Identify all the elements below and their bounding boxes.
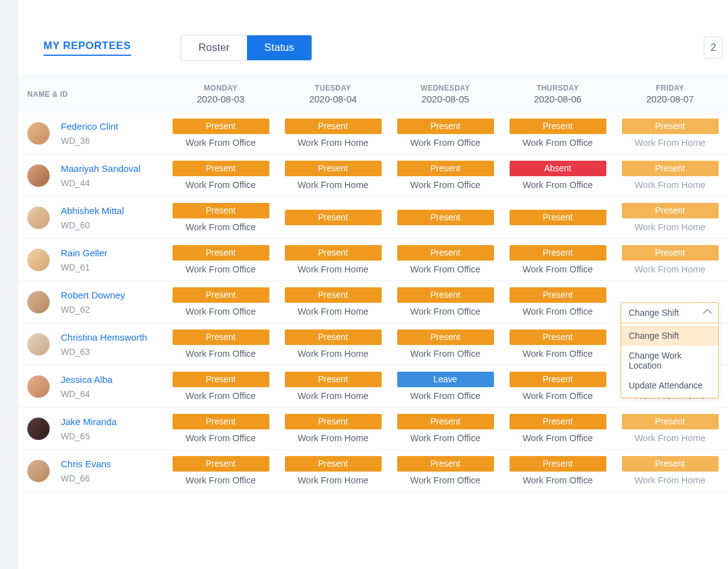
name-block: Federico ClintWD_36: [61, 120, 119, 145]
status-badge[interactable]: Present: [510, 245, 606, 261]
cell-day: PresentWork From Home: [277, 245, 389, 274]
name-block: Rain GellerWD_61: [61, 247, 107, 272]
work-location: Work From Office: [410, 307, 480, 316]
status-badge[interactable]: Present: [173, 456, 269, 472]
avatar[interactable]: [27, 375, 50, 398]
status-badge[interactable]: Present: [510, 210, 606, 225]
status-badge[interactable]: Present: [622, 203, 719, 218]
status-badge[interactable]: Present: [285, 329, 382, 345]
avatar[interactable]: [27, 207, 50, 229]
page-container: MY REPORTEES Roster Status 2 NAME & ID M…: [19, 0, 728, 569]
employee-name-link[interactable]: Christina Hemsworth: [61, 331, 147, 344]
cell-day: PresentWork From Home: [277, 414, 389, 443]
status-badge[interactable]: Present: [285, 287, 382, 303]
work-location: Work From Home: [634, 433, 705, 443]
employee-name-link[interactable]: Robert Downey: [61, 289, 125, 302]
status-badge[interactable]: Present: [285, 372, 382, 387]
cell-day: LeaveWork From Office: [389, 372, 501, 401]
status-badge[interactable]: Present: [622, 456, 719, 472]
status-badge[interactable]: Present: [510, 456, 606, 472]
cell-day: PresentWork From Home: [277, 287, 389, 316]
employee-name-link[interactable]: Jessica Alba: [61, 374, 112, 386]
status-badge[interactable]: Present: [173, 161, 269, 176]
work-location: Work From Office: [186, 138, 256, 148]
status-badge[interactable]: Present: [397, 161, 494, 176]
status-badge[interactable]: Present: [285, 119, 382, 134]
dropdown-option[interactable]: Change Shift: [621, 326, 718, 346]
status-badge[interactable]: Present: [285, 456, 382, 472]
status-badge[interactable]: Present: [285, 414, 382, 429]
avatar[interactable]: [27, 333, 50, 356]
employee-name-link[interactable]: Maariyah Sandoval: [61, 163, 140, 175]
date-filter[interactable]: 2: [704, 37, 723, 59]
employee-id: WD_62: [61, 305, 125, 315]
work-location: Work From Home: [297, 264, 368, 274]
status-badge[interactable]: Present: [397, 210, 494, 225]
employee-name-link[interactable]: Rain Geller: [61, 247, 107, 259]
status-badge[interactable]: Present: [622, 119, 719, 134]
cell-day: PresentWork From Home: [277, 456, 389, 485]
attendance-table: NAME & ID MONDAY2020-08-03TUESDAY2020-08…: [19, 76, 728, 492]
page-header: MY REPORTEES Roster Status 2: [19, 0, 728, 76]
status-badge[interactable]: Present: [397, 329, 494, 345]
status-badge[interactable]: Present: [397, 456, 494, 472]
status-badge[interactable]: Present: [173, 372, 269, 387]
cell-day: Present: [501, 210, 614, 225]
employee-name-link[interactable]: Federico Clint: [61, 120, 119, 133]
status-badge[interactable]: Absent: [510, 161, 606, 176]
status-badge[interactable]: Present: [285, 161, 382, 176]
work-location: Work From Office: [186, 222, 256, 232]
status-badge[interactable]: Present: [510, 414, 606, 429]
status-badge[interactable]: Present: [397, 287, 494, 303]
employee-name-link[interactable]: Chris Evans: [61, 458, 111, 470]
day-label: FRIDAY: [614, 84, 726, 92]
work-location: Work From Home: [297, 349, 368, 359]
cell-name: Christina HemsworthWD_63: [19, 331, 164, 356]
view-tabs: Roster Status: [181, 35, 312, 61]
employee-name-link[interactable]: Jake Miranda: [61, 416, 117, 428]
table-row: Federico ClintWD_36PresentWork From Offi…: [19, 112, 728, 155]
avatar[interactable]: [27, 460, 50, 482]
status-badge[interactable]: Present: [173, 287, 269, 303]
avatar[interactable]: [27, 122, 50, 145]
status-badge[interactable]: Present: [622, 245, 719, 261]
avatar[interactable]: [27, 164, 50, 187]
name-block: Jessica AlbaWD_64: [61, 374, 112, 398]
dropdown-option[interactable]: Update Attendance: [621, 375, 718, 395]
status-badge[interactable]: Present: [622, 414, 719, 429]
dropdown-toggle[interactable]: Change Shift: [621, 303, 718, 323]
status-badge[interactable]: Present: [285, 210, 382, 225]
employee-name-link[interactable]: Abhishek Mittal: [61, 205, 124, 217]
status-badge[interactable]: Present: [510, 287, 606, 303]
work-location: Work From Office: [523, 180, 593, 190]
status-badge[interactable]: Present: [173, 203, 269, 218]
dropdown-option[interactable]: Change Work Location: [621, 346, 718, 375]
status-badge[interactable]: Present: [397, 245, 494, 261]
cell-day: PresentWork From Home: [614, 161, 726, 190]
status-badge[interactable]: Present: [510, 119, 606, 134]
status-badge[interactable]: Present: [510, 329, 606, 345]
status-badge[interactable]: Present: [397, 414, 494, 429]
col-header-day: WEDNESDAY2020-08-05: [389, 84, 501, 104]
avatar[interactable]: [27, 249, 50, 271]
status-badge[interactable]: Present: [622, 161, 719, 176]
status-badge[interactable]: Leave: [397, 372, 494, 387]
cell-day: PresentWork From Office: [164, 119, 277, 148]
status-badge[interactable]: Present: [285, 245, 382, 261]
avatar[interactable]: [27, 418, 50, 440]
cell-day: PresentWork From Home: [277, 119, 389, 148]
status-badge[interactable]: Present: [173, 245, 269, 261]
work-location: Work From Office: [410, 391, 480, 401]
tab-roster[interactable]: Roster: [181, 35, 247, 60]
work-location: Work From Home: [634, 138, 705, 148]
cell-day: PresentWork From Office: [501, 119, 614, 148]
status-badge[interactable]: Present: [510, 372, 606, 387]
work-location: Work From Office: [186, 349, 256, 359]
status-badge[interactable]: Present: [173, 329, 269, 345]
page-title-link[interactable]: MY REPORTEES: [43, 40, 131, 56]
tab-status[interactable]: Status: [247, 35, 312, 60]
status-badge[interactable]: Present: [173, 414, 269, 429]
avatar[interactable]: [27, 291, 50, 313]
status-badge[interactable]: Present: [397, 119, 494, 134]
status-badge[interactable]: Present: [173, 119, 269, 134]
